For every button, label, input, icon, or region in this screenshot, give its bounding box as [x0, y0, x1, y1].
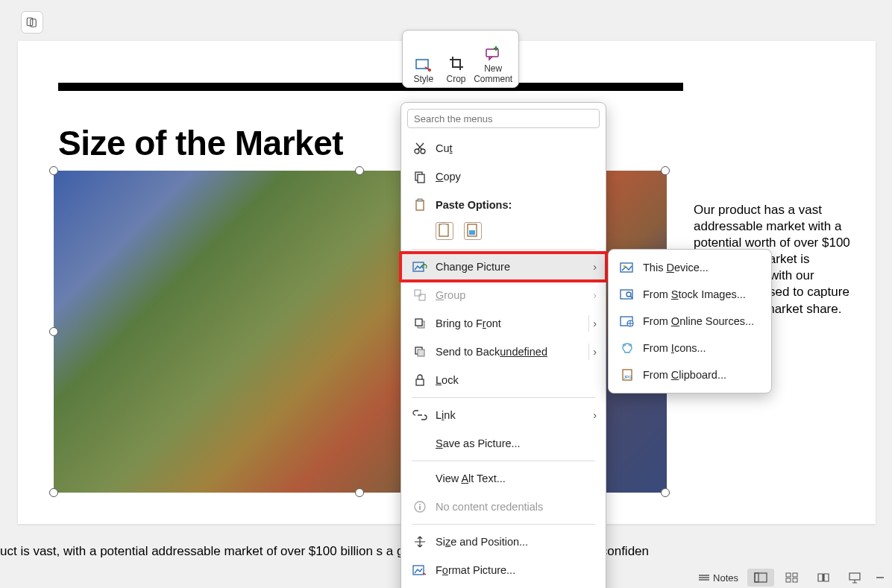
selection-handle[interactable] [355, 166, 364, 175]
menu-format-picture-label: Format Picture... [436, 564, 515, 576]
new-comment-icon [484, 45, 502, 61]
menu-search-input[interactable] [407, 109, 600, 128]
menu-copy[interactable]: Copy [401, 162, 606, 191]
new-comment-button[interactable]: New Comment [472, 34, 514, 84]
chevron-right-icon: › [593, 261, 597, 273]
svg-point-24 [419, 504, 421, 505]
menu-bring-to-front[interactable]: Bring to Front › [401, 309, 606, 338]
menu-lock[interactable]: Lock [401, 366, 606, 394]
menu-link-label: Link [436, 409, 456, 421]
menu-no-content-credentials-label: No content credentials [436, 501, 543, 513]
menu-separator [412, 249, 595, 250]
lock-icon [414, 373, 426, 387]
menu-size-and-position[interactable]: Size and Position... [401, 528, 606, 556]
crop-button[interactable]: Crop [440, 34, 473, 84]
style-icon [415, 55, 433, 72]
sorter-icon [785, 572, 799, 583]
submenu-online-sources[interactable]: From Online Sources... [609, 308, 771, 335]
copilot-button[interactable] [21, 11, 43, 34]
svg-rect-21 [418, 350, 424, 356]
menu-save-as-picture-label: Save as Picture... [436, 437, 521, 449]
svg-rect-9 [416, 200, 424, 210]
menu-copy-label: Copy [436, 171, 461, 183]
normal-view-button[interactable] [747, 569, 774, 587]
svg-rect-44 [849, 573, 860, 580]
selection-handle[interactable] [49, 166, 58, 175]
crop-icon [448, 55, 465, 72]
slide-sorter-button[interactable] [779, 569, 805, 587]
menu-view-alt-text[interactable]: View Alt Text... [401, 464, 606, 493]
crop-label: Crop [447, 74, 466, 84]
submenu-clipboard-label: From Clipboard... [643, 369, 726, 381]
svg-rect-38 [755, 573, 767, 582]
decorative-bar [58, 83, 683, 91]
send-back-icon [413, 345, 427, 358]
submenu-this-device[interactable]: This Device... [609, 254, 771, 281]
normal-view-icon [754, 572, 767, 583]
menu-new-comment[interactable]: New Comment [401, 584, 606, 588]
online-sources-icon [620, 315, 635, 327]
selection-handle[interactable] [661, 488, 670, 497]
info-icon [413, 500, 427, 513]
reading-icon [817, 572, 830, 583]
paste-option-keep-source[interactable] [436, 222, 453, 240]
link-icon [412, 410, 427, 420]
clipboard-jpg-icon: JPG [620, 368, 635, 382]
stock-images-icon [620, 288, 635, 300]
menu-size-and-position-label: Size and Position... [436, 536, 528, 548]
menu-cut[interactable]: Cut [401, 134, 606, 162]
menu-separator [412, 461, 595, 461]
picture-icon [620, 262, 635, 274]
bring-front-icon [413, 317, 427, 330]
svg-rect-19 [415, 319, 422, 326]
paste-options-row [401, 219, 606, 246]
selection-handle[interactable] [49, 327, 58, 336]
submenu-clipboard[interactable]: JPG From Clipboard... [609, 361, 771, 388]
menu-change-picture[interactable]: Change Picture › [401, 253, 606, 281]
copy-icon [413, 170, 427, 183]
menu-change-picture-label: Change Picture [436, 261, 510, 273]
minus-icon [875, 572, 885, 583]
clipboard-icon [436, 223, 453, 239]
svg-rect-40 [786, 573, 791, 577]
chevron-right-icon: › [593, 409, 597, 421]
group-icon [413, 288, 427, 302]
style-label: Style [414, 74, 434, 84]
selection-handle[interactable] [355, 488, 364, 497]
svg-rect-17 [419, 294, 425, 300]
menu-format-picture[interactable]: Format Picture... [401, 556, 606, 584]
svg-rect-42 [786, 578, 791, 582]
menu-send-to-back-label: Send to Backundefined [436, 346, 547, 358]
svg-point-6 [421, 149, 425, 154]
copilot-icon [25, 16, 39, 29]
submenu-icons[interactable]: From Icons... [609, 335, 771, 361]
submenu-stock-images-label: From Stock Images... [643, 288, 746, 300]
style-button[interactable]: Style [407, 34, 440, 84]
paste-option-picture[interactable] [464, 222, 482, 240]
svg-rect-25 [419, 506, 421, 510]
menu-link[interactable]: Link › [401, 401, 606, 429]
change-picture-icon [412, 261, 427, 273]
context-menu: Cut Copy Paste Options: Change Picture ›… [401, 102, 606, 588]
notes-toggle[interactable]: Notes [694, 569, 743, 587]
format-picture-icon [412, 564, 427, 576]
menu-group-label: Group [436, 289, 465, 301]
zoom-out-button[interactable] [873, 569, 888, 587]
menu-lock-label: Lock [436, 374, 459, 386]
selection-handle[interactable] [49, 488, 58, 497]
submenu-stock-images[interactable]: From Stock Images... [609, 281, 771, 308]
chevron-right-icon: › [593, 289, 597, 301]
svg-point-3 [428, 69, 431, 72]
menu-save-as-picture[interactable]: Save as Picture... [401, 429, 606, 458]
svg-text:JPG: JPG [624, 375, 632, 379]
picture-mini-toolbar: Style Crop New Comment [402, 30, 519, 88]
slideshow-button[interactable] [841, 569, 868, 587]
selection-handle[interactable] [661, 166, 670, 175]
status-bar: Notes [653, 567, 892, 588]
reading-view-button[interactable] [810, 569, 837, 587]
menu-send-to-back[interactable]: Send to Backundefined › [401, 338, 606, 366]
svg-rect-11 [439, 224, 448, 236]
svg-rect-39 [755, 573, 758, 582]
svg-rect-10 [418, 199, 422, 201]
chevron-right-icon: › [593, 317, 597, 329]
